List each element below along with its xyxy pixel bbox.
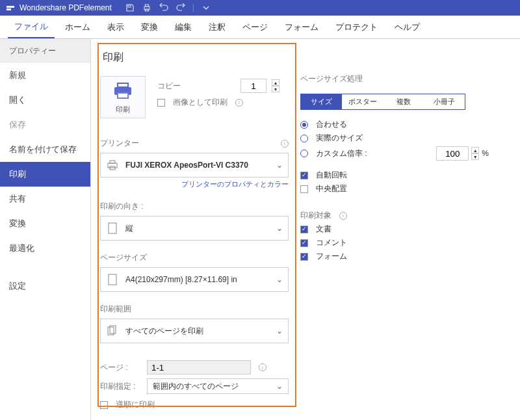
scale-down-button[interactable]: ▼: [471, 153, 479, 160]
page-size-select[interactable]: A4(210x297mm) [8.27×11.69] in ⌄: [100, 267, 289, 292]
actual-size-label: 実際のサイズ: [316, 133, 363, 144]
menu-protect[interactable]: プロテクト: [329, 17, 384, 38]
sidebar-item-share[interactable]: 共有: [0, 187, 90, 211]
tab-booklet[interactable]: 小冊子: [424, 94, 465, 109]
menu-file[interactable]: ファイル: [8, 16, 55, 38]
page-size-value: A4(210x297mm) [8.27×11.69] in: [125, 275, 237, 284]
page-icon: [106, 274, 119, 285]
sidebar-item-convert[interactable]: 変換: [0, 211, 90, 236]
info-icon[interactable]: i: [339, 212, 347, 220]
pages-icon: [106, 325, 119, 337]
reverse-order-label: 逆順に印刷: [116, 399, 155, 410]
svg-rect-4: [145, 5, 148, 7]
print-as-image-label: 画像として印刷: [173, 97, 228, 108]
menu-form[interactable]: フォーム: [278, 17, 325, 38]
menu-comment[interactable]: 注釈: [202, 17, 232, 38]
page-handling-tabs: サイズ ポスター 複数 小冊子: [300, 94, 465, 110]
orientation-select[interactable]: 縦 ⌄: [100, 216, 289, 241]
menu-help[interactable]: ヘルプ: [388, 17, 426, 38]
copy-count-input[interactable]: [240, 79, 266, 93]
svg-rect-2: [128, 5, 131, 7]
menu-view[interactable]: 表示: [101, 17, 131, 38]
subset-label: 印刷指定 :: [100, 381, 142, 392]
copy-up-button[interactable]: ▲: [272, 79, 280, 86]
main-menubar: ファイル ホーム 表示 変換 編集 注釈 ページ フォーム プロテクト ヘルプ: [0, 16, 520, 39]
print-icon[interactable]: [142, 3, 152, 13]
target-document-checkbox[interactable]: [300, 226, 308, 233]
printer-section-label: プリンター: [100, 138, 139, 149]
chevron-down-icon: ⌄: [276, 161, 283, 170]
print-range-value: すべてのページを印刷: [125, 326, 203, 337]
pages-input[interactable]: [147, 360, 251, 374]
auto-rotate-label: 自動回転: [316, 170, 347, 181]
menu-edit[interactable]: 編集: [168, 17, 198, 38]
svg-rect-10: [110, 161, 115, 163]
copy-down-button[interactable]: ▼: [272, 86, 280, 92]
tab-size[interactable]: サイズ: [301, 94, 342, 109]
chevron-down-icon: ⌄: [276, 326, 283, 335]
app-logo-icon: [5, 3, 16, 13]
printer-properties-link[interactable]: プリンターのプロパティとカラー: [100, 180, 289, 189]
scale-up-button[interactable]: ▲: [471, 147, 479, 153]
actual-size-radio[interactable]: [300, 135, 308, 142]
printer-icon: [112, 81, 134, 102]
center-label: 中央配置: [316, 183, 347, 194]
undo-icon[interactable]: [159, 3, 169, 13]
sidebar-item-open[interactable]: 開く: [0, 88, 90, 112]
sidebar-item-saveas[interactable]: 名前を付けて保存: [0, 137, 90, 162]
print-range-select[interactable]: すべてのページを印刷 ⌄: [100, 319, 289, 343]
menu-page[interactable]: ページ: [236, 17, 274, 38]
copy-label: コピー: [157, 81, 235, 92]
tab-multiple[interactable]: 複数: [383, 94, 424, 109]
target-comments-checkbox[interactable]: [300, 239, 308, 247]
print-tile[interactable]: 印刷: [100, 76, 146, 118]
save-icon[interactable]: [125, 3, 135, 13]
panel-title: 印刷: [103, 51, 511, 64]
print-subset-select[interactable]: 範囲内のすべてのページ ⌄: [147, 378, 289, 394]
page-handling-label: ページサイズ処理: [300, 73, 489, 85]
info-icon[interactable]: i: [235, 99, 243, 107]
print-target-label: 印刷対象: [300, 210, 332, 221]
svg-rect-0: [6, 6, 14, 8]
file-sidebar: プロパティー 新規 開く 保存 名前を付けて保存 印刷 共有 変換 最適化 設定: [0, 39, 91, 420]
svg-rect-12: [109, 223, 116, 233]
center-checkbox[interactable]: [300, 185, 308, 193]
svg-rect-8: [118, 93, 128, 98]
sidebar-item-settings[interactable]: 設定: [0, 274, 90, 298]
svg-rect-1: [6, 8, 11, 10]
auto-rotate-checkbox[interactable]: [300, 172, 308, 179]
subset-value: 範囲内のすべてのページ: [153, 381, 239, 392]
reverse-order-checkbox[interactable]: [100, 401, 108, 409]
sidebar-item-print[interactable]: 印刷: [0, 162, 90, 187]
sidebar-item-save[interactable]: 保存: [0, 112, 90, 137]
printer-select[interactable]: FUJI XEROX ApeosPort-VI C3370 ⌄: [100, 153, 289, 177]
orientation-label: 印刷の向き :: [100, 201, 144, 212]
sidebar-header: プロパティー: [0, 39, 90, 63]
sidebar-item-optimize[interactable]: 最適化: [0, 236, 90, 261]
dropdown-icon[interactable]: [201, 3, 211, 13]
tab-poster[interactable]: ポスター: [342, 94, 383, 109]
custom-scale-radio[interactable]: [300, 150, 308, 157]
page-portrait-icon: [106, 222, 119, 234]
menu-home[interactable]: ホーム: [58, 17, 97, 38]
orientation-value: 縦: [125, 223, 133, 234]
print-as-image-checkbox[interactable]: [157, 99, 165, 107]
printer-selected-value: FUJI XEROX ApeosPort-VI C3370: [125, 161, 248, 170]
target-forms-checkbox[interactable]: [300, 253, 308, 261]
fit-radio[interactable]: [300, 121, 308, 129]
info-icon[interactable]: i: [259, 363, 266, 371]
printer-icon: [106, 159, 119, 171]
sidebar-item-new[interactable]: 新規: [0, 63, 90, 88]
pages-label: ページ :: [100, 362, 142, 373]
target-comments-label: コメント: [316, 237, 347, 248]
info-icon[interactable]: i: [281, 140, 289, 148]
custom-scale-input[interactable]: [436, 146, 469, 161]
svg-rect-9: [108, 163, 117, 168]
print-tile-label: 印刷: [116, 105, 130, 114]
chevron-down-icon: ⌄: [276, 275, 283, 284]
svg-rect-7: [118, 83, 128, 87]
redo-icon[interactable]: [176, 3, 186, 13]
target-document-label: 文書: [316, 224, 332, 235]
menu-convert[interactable]: 変換: [135, 17, 164, 38]
page-size-label: ページサイズ: [100, 252, 147, 263]
